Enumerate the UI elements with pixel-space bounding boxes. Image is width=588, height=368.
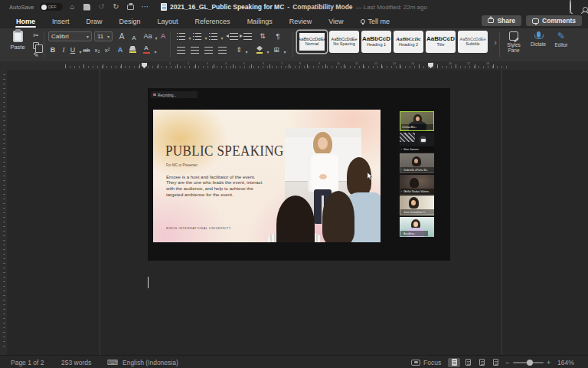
align-right-button[interactable]: [203, 45, 214, 55]
text-effects-button[interactable]: A: [115, 45, 126, 55]
title-bar: AutoSave OFF ⌂ ↺ ↻ ⋯ 2021_16_GL_Public S…: [0, 0, 588, 14]
participant-tile[interactable]: Ayudhira..: [400, 217, 434, 237]
muted-mic-icon: [401, 169, 402, 171]
presenter-blouse: [308, 153, 338, 192]
outline-view-icon: [479, 359, 485, 366]
zoom-slider-thumb[interactable]: [527, 360, 533, 366]
word-window: AutoSave OFF ⌂ ↺ ↻ ⋯ 2021_16_GL_Public S…: [0, 0, 588, 368]
language-indicator[interactable]: English (Indonesia): [122, 356, 178, 368]
decrease-indent-button[interactable]: [228, 31, 239, 41]
share-button[interactable]: Share: [482, 15, 521, 26]
outdent-icon: [230, 33, 238, 40]
styles-pane-button[interactable]: Styles Pane: [502, 31, 525, 58]
font-size-combo[interactable]: 11 ▾: [94, 31, 113, 41]
shrink-font-button[interactable]: A: [129, 33, 139, 43]
participant-tile[interactable]: Stan Jansen..: [400, 133, 434, 153]
participant-tile-speaker[interactable]: Chelsa Bre...: [400, 111, 434, 131]
format-painter-icon[interactable]: ✎: [31, 51, 41, 61]
sort-button[interactable]: ⇅: [257, 31, 268, 41]
document-canvas[interactable]: Recording... PUBLIC SPEAKING For MC or P…: [0, 70, 588, 355]
compatibility-mode-label: Compatibility Mode: [292, 3, 352, 11]
zoom-in-button[interactable]: +: [547, 356, 550, 368]
group-separator: [170, 32, 171, 58]
search-icon[interactable]: [570, 0, 571, 14]
tab-tell-me[interactable]: Tell me: [352, 14, 399, 28]
clear-formatting-button[interactable]: A: [158, 31, 168, 41]
web-layout-icon: [466, 359, 471, 366]
draft-view-icon: [493, 359, 498, 366]
page-left-edge: [100, 70, 100, 355]
zoom-percentage[interactable]: 164%: [557, 356, 574, 368]
participant-tile[interactable]: Jane Josephine C..: [400, 196, 434, 215]
ruler-number: 3: [207, 62, 208, 65]
paste-label: Paste: [10, 44, 24, 51]
print-layout-icon: [452, 359, 457, 366]
paste-button[interactable]: Paste: [6, 31, 29, 58]
draft-view-button[interactable]: [489, 358, 501, 367]
style-subtitle[interactable]: AaBbCcDdEe Subtitle: [458, 31, 488, 53]
tab-design[interactable]: Design: [111, 14, 149, 28]
slide-body-line: with the audience, and help to achieve t…: [166, 186, 262, 192]
align-center-button[interactable]: [189, 45, 200, 55]
style-name: Normal: [305, 42, 319, 47]
slide-body-line: targeted ambience for the event.: [166, 192, 262, 198]
tab-draw[interactable]: Draw: [78, 14, 111, 28]
participant-tile[interactable]: Gabriella aPorta 34..: [400, 153, 434, 173]
superscript-button[interactable]: x²: [102, 45, 113, 55]
copy-icon[interactable]: [31, 41, 41, 51]
subscript-button[interactable]: x₂: [92, 45, 103, 55]
document-title: 2021_16_GL_Public Speaking for MC: [170, 3, 284, 11]
participant-tile[interactable]: (Bella) Nadya Valerin..: [400, 175, 434, 195]
ruler-number: 7: [281, 62, 283, 65]
justify-button[interactable]: [217, 45, 227, 55]
ruler-number: 10: [337, 62, 340, 65]
dictate-button[interactable]: Dictate: [527, 31, 550, 58]
tab-view[interactable]: View: [320, 14, 351, 28]
outline-view-button[interactable]: [475, 358, 488, 367]
strikethrough-button[interactable]: ab: [81, 45, 92, 55]
highlight-button[interactable]: [127, 44, 138, 54]
group-separator: [499, 32, 500, 58]
embedded-meeting-image[interactable]: Recording... PUBLIC SPEAKING For MC or P…: [148, 88, 450, 261]
align-left-button[interactable]: [175, 45, 186, 55]
horizontal-ruler[interactable]: 1 2 3 4 5 6 7 8 9 10 11 12 13 14 15 16 1…: [0, 61, 588, 70]
zoom-out-button[interactable]: −: [505, 356, 509, 368]
bullet-list-icon: [177, 33, 185, 40]
slide-body-line: Emcee is a host and facilitator of the e…: [166, 174, 262, 180]
style-normal[interactable]: AaBbCcDdEe Normal: [297, 31, 327, 53]
vertical-ruler[interactable]: [0, 70, 7, 355]
editor-label: Editor: [555, 42, 568, 48]
ribbon: Paste ✂ ✎ Calibri ▾ 11 ▾ A A Aa ▾ A B I …: [0, 28, 588, 61]
ruler-number: 11: [355, 62, 358, 65]
bold-button[interactable]: B: [47, 45, 58, 55]
tab-references[interactable]: References: [187, 14, 239, 28]
font-name-combo[interactable]: Calibri ▾: [48, 31, 92, 41]
style-title[interactable]: AaBbCcD Title: [426, 31, 456, 53]
tab-mailings-label: Mailings: [247, 18, 273, 25]
tab-insert[interactable]: Insert: [44, 14, 78, 28]
comments-button[interactable]: Comments: [526, 15, 582, 26]
participant-name-tag: Ayudhira..: [400, 231, 428, 236]
style-no-spacing[interactable]: AaBbCcDdEe No Spacing: [329, 31, 359, 53]
print-layout-view-button[interactable]: [448, 358, 460, 367]
focus-toggle[interactable]: Focus: [411, 356, 441, 368]
show-marks-button[interactable]: ¶: [273, 31, 283, 41]
style-heading-2[interactable]: AaBbCcDc Heading 2: [394, 31, 423, 53]
tab-layout[interactable]: Layout: [149, 14, 187, 28]
tab-mailings[interactable]: Mailings: [239, 14, 281, 28]
chevron-down-icon: ▾: [279, 47, 290, 57]
muted-mic-icon: [401, 232, 402, 234]
cut-icon[interactable]: ✂: [31, 31, 41, 41]
page-count[interactable]: Page 1 of 2: [11, 356, 44, 368]
style-heading-1[interactable]: AaBbCcD Heading 1: [361, 31, 391, 53]
increase-indent-button[interactable]: [242, 31, 253, 41]
style-preview: AaBbCcD: [362, 36, 390, 42]
grow-font-button[interactable]: A: [116, 31, 127, 41]
tab-home[interactable]: Home: [8, 14, 44, 28]
participant-name-tag: Chelsa Bre...: [401, 124, 433, 130]
tab-review[interactable]: Review: [281, 14, 321, 28]
web-layout-view-button[interactable]: [462, 358, 474, 367]
word-count[interactable]: 253 words: [61, 356, 91, 368]
text-cursor: [148, 277, 149, 288]
editor-button[interactable]: ✎ Editor: [550, 31, 573, 58]
